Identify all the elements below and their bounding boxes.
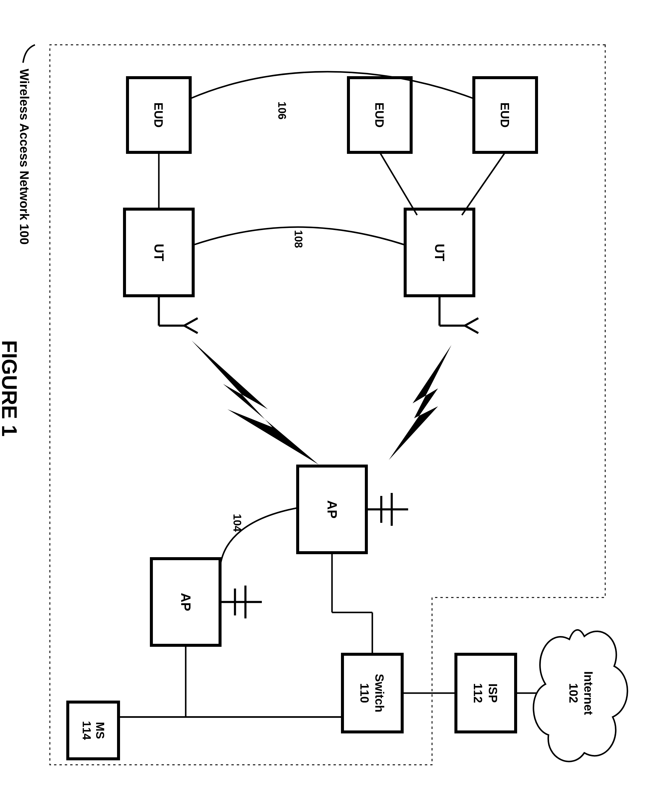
figure-title: FIGURE 1 xyxy=(0,340,21,437)
eud2-l1: EUD xyxy=(373,102,386,128)
figure-1: Wireless Access Network 100 FIGURE 1 Int… xyxy=(0,0,647,812)
network-label-arc xyxy=(23,45,35,63)
network-label: Wireless Access Network 100 xyxy=(17,69,31,245)
switch-l2: 110 xyxy=(358,683,371,703)
ut2-ant-v1 xyxy=(184,318,198,326)
isp-l1: ISP xyxy=(486,684,499,703)
ap2-l1: AP xyxy=(178,593,193,611)
lightning-icon-1 xyxy=(389,345,451,460)
ref-108: 108 xyxy=(292,230,304,248)
ut1-l1: UT xyxy=(432,244,447,261)
ut1-ant-v2 xyxy=(465,326,478,333)
ut2-ant-v2 xyxy=(184,326,198,333)
ap1-l1: AP xyxy=(325,500,339,518)
ref-104: 104 xyxy=(231,514,244,532)
internet-cloud: Internet 102 xyxy=(534,630,627,762)
eud1-l1: EUD xyxy=(498,102,512,128)
brace-106 xyxy=(190,72,474,99)
ms-box xyxy=(68,702,119,759)
switch-box xyxy=(343,654,402,732)
lightning-icon-2 xyxy=(192,340,318,464)
link-eud2-ut1 xyxy=(380,153,417,215)
cloud-l2: 102 xyxy=(567,683,580,703)
ut2-l1: UT xyxy=(152,244,166,261)
ref-106: 106 xyxy=(276,102,288,119)
isp-l2: 112 xyxy=(472,683,484,703)
isp-box xyxy=(456,654,516,732)
cloud-l1: Internet xyxy=(582,671,595,715)
switch-l1: Switch xyxy=(373,674,386,713)
ms-l1: MS xyxy=(94,722,106,739)
eud3-l1: EUD xyxy=(152,102,165,128)
ms-l2: 114 xyxy=(80,721,93,740)
link-eud1-ut1 xyxy=(462,153,505,215)
ut1-ant-v1 xyxy=(465,318,478,326)
